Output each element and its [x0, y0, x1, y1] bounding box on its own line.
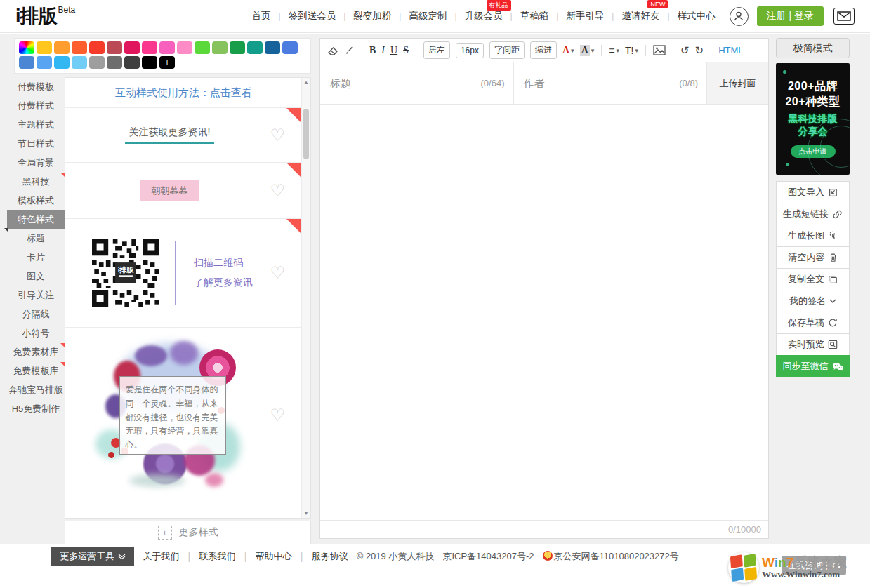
color-swatch-FF9D2F[interactable]: [54, 41, 70, 54]
tool-button-我的签名[interactable]: 我的签名: [776, 290, 850, 312]
redo-button[interactable]: ↻: [695, 44, 704, 57]
tool-button-复制全文[interactable]: 复制全文: [776, 268, 850, 290]
sidebar-item-节日样式[interactable]: 节日样式: [7, 134, 65, 153]
strikethrough-button[interactable]: S: [403, 45, 409, 56]
color-swatch-BC4A56[interactable]: [107, 41, 122, 54]
style-item-pink-label[interactable]: 朝朝暮暮 ♡: [65, 163, 302, 219]
color-swatch-FFC61E[interactable]: [37, 41, 52, 54]
color-swatch-58A4F2[interactable]: [37, 56, 52, 69]
minimal-mode-button[interactable]: 极简模式: [776, 38, 850, 58]
more-styles-button[interactable]: + 更多样式: [65, 521, 311, 544]
line-height-button[interactable]: T!▾: [625, 45, 638, 56]
sidebar-item-引导关注[interactable]: 引导关注: [7, 286, 65, 305]
tool-button-生成长图[interactable]: 生成长图: [776, 225, 850, 247]
nav-item-1[interactable]: 首页: [251, 10, 272, 22]
color-swatch-33B7F2[interactable]: [54, 56, 70, 69]
color-swatch-F760BC[interactable]: [159, 41, 175, 54]
tool-button-实时预览[interactable]: 实时预览: [776, 333, 850, 356]
favorite-heart-icon[interactable]: ♡: [270, 406, 285, 425]
sidebar-item-图文[interactable]: 图文: [7, 267, 65, 286]
tool-button-图文导入[interactable]: 图文导入: [776, 181, 850, 203]
font-color-button[interactable]: A▾: [562, 45, 574, 56]
style-help-link[interactable]: 互动样式使用方法：点击查看: [115, 86, 252, 100]
sidebar-item-主题样式[interactable]: 主题样式: [7, 115, 65, 134]
color-swatch-139E8C[interactable]: [247, 41, 263, 54]
style-item-follow[interactable]: 关注获取更多资讯! ♡: [65, 108, 302, 163]
color-swatch-000000[interactable]: [142, 56, 157, 69]
letter-spacing-button[interactable]: 字间距: [489, 41, 525, 59]
sidebar-item-奔驰宝马排版[interactable]: 奔驰宝马排版: [7, 380, 65, 399]
style-item-qrcode[interactable]: i排版 扫描二维码 了解更多资讯 ♡: [65, 219, 302, 328]
align-button[interactable]: 居左: [423, 41, 450, 59]
scroll-down-arrow[interactable]: ▼: [302, 510, 310, 516]
nav-item-3[interactable]: 裂变加粉: [352, 10, 393, 22]
tool-button-生成短链接[interactable]: 生成短链接: [776, 203, 850, 225]
favorite-heart-icon[interactable]: ♡: [270, 263, 285, 283]
footer-link-3[interactable]: 帮助中心: [256, 550, 292, 563]
nav-item-6[interactable]: 草稿箱: [519, 10, 551, 22]
sidebar-item-标题[interactable]: 标题: [7, 229, 65, 248]
footer-link-1[interactable]: 关于我们: [143, 550, 179, 563]
italic-button[interactable]: I: [381, 45, 385, 56]
highlight-color-button[interactable]: A▾: [580, 45, 595, 56]
nav-item-7[interactable]: 新手引导: [565, 10, 605, 22]
ad-banner[interactable]: 200+品牌 20+种类型 黑科技排版 分享会 点击申请: [776, 63, 850, 175]
color-swatch-3F3F3F[interactable]: [124, 56, 140, 69]
format-brush-button[interactable]: [344, 45, 355, 55]
color-swatch-E0175C[interactable]: [124, 41, 140, 54]
mail-button[interactable]: [833, 8, 855, 25]
sidebar-item-特色样式[interactable]: 特色样式: [7, 210, 65, 229]
color-wheel-swatch[interactable]: [19, 41, 34, 54]
color-swatch-9E9E9E[interactable]: [89, 56, 105, 69]
nav-item-8[interactable]: 邀请好友NEW: [620, 10, 661, 22]
color-swatch-FC8BC6[interactable]: [177, 41, 192, 54]
list-button[interactable]: ≡▾: [609, 45, 619, 56]
undo-button[interactable]: ↺: [680, 44, 690, 57]
tool-button-保存草稿[interactable]: 保存草稿: [776, 312, 850, 334]
color-swatch-F73B2A[interactable]: [89, 41, 105, 54]
color-swatch-5BD93B[interactable]: [195, 41, 210, 54]
font-size-button[interactable]: 16px: [456, 43, 484, 58]
app-logo[interactable]: i排版 Beta: [15, 4, 75, 29]
author-input[interactable]: [524, 77, 675, 89]
indent-button[interactable]: 缩进: [530, 41, 557, 59]
nav-item-9[interactable]: 样式中心: [676, 10, 717, 22]
sidebar-item-全局背景[interactable]: 全局背景: [7, 153, 65, 172]
color-swatch-4C7CDF[interactable]: [282, 41, 298, 54]
color-swatch-70CDF5[interactable]: [72, 56, 87, 69]
tool-button-清空内容[interactable]: 清空内容: [776, 246, 850, 269]
style-item-floral-quote[interactable]: 爱是住在两个不同身体的同一个灵魂。幸福，从来都没有捷径，也没有完美无瑕，只有经营…: [65, 328, 302, 503]
color-swatch-189E4B[interactable]: [230, 41, 245, 54]
more-tools-button[interactable]: 更多运营工具: [51, 547, 134, 566]
nav-item-4[interactable]: 高级定制: [407, 10, 448, 22]
underline-button[interactable]: U: [390, 45, 397, 56]
editor-content-area[interactable]: [320, 105, 768, 520]
color-swatch-86C35D[interactable]: [212, 41, 228, 54]
insert-image-button[interactable]: [653, 45, 666, 55]
scrollbar-thumb[interactable]: [303, 109, 309, 159]
html-view-button[interactable]: HTML: [718, 45, 743, 55]
format-brush-clear-button[interactable]: [327, 45, 338, 56]
favorite-heart-icon[interactable]: ♡: [270, 126, 285, 145]
upload-cover-button[interactable]: 上传封面: [706, 62, 768, 104]
register-login-button[interactable]: 注册 | 登录: [757, 6, 824, 26]
color-swatch-16639C[interactable]: [265, 41, 280, 54]
sidebar-item-模板样式[interactable]: 模板样式: [7, 191, 65, 210]
sidebar-item-黑科技[interactable]: 黑科技: [7, 172, 65, 191]
nav-item-2[interactable]: 签到送会员: [287, 10, 338, 22]
sidebar-item-付费模板[interactable]: 付费模板: [7, 77, 65, 96]
sidebar-item-小符号[interactable]: 小符号: [7, 323, 65, 342]
sidebar-item-付费样式[interactable]: 付费样式: [7, 96, 65, 115]
avatar[interactable]: [730, 7, 749, 26]
color-swatch-4B86D5[interactable]: [19, 56, 34, 69]
add-color-button[interactable]: +: [159, 56, 175, 69]
sidebar-item-免费素材库[interactable]: 免费素材库: [7, 342, 65, 361]
sidebar-item-H5免费制作[interactable]: H5免费制作: [7, 399, 65, 418]
footer-link-2[interactable]: 联系我们: [199, 550, 235, 563]
color-swatch-FF5F2E[interactable]: [72, 41, 87, 54]
sidebar-item-分隔线[interactable]: 分隔线: [7, 305, 65, 323]
footer-link-4[interactable]: 服务协议: [312, 550, 348, 563]
tool-button-同步至微信[interactable]: 同步至微信: [776, 355, 850, 377]
bold-button[interactable]: B: [369, 45, 376, 56]
style-panel-scrollbar[interactable]: ▲ ▼: [301, 78, 310, 518]
